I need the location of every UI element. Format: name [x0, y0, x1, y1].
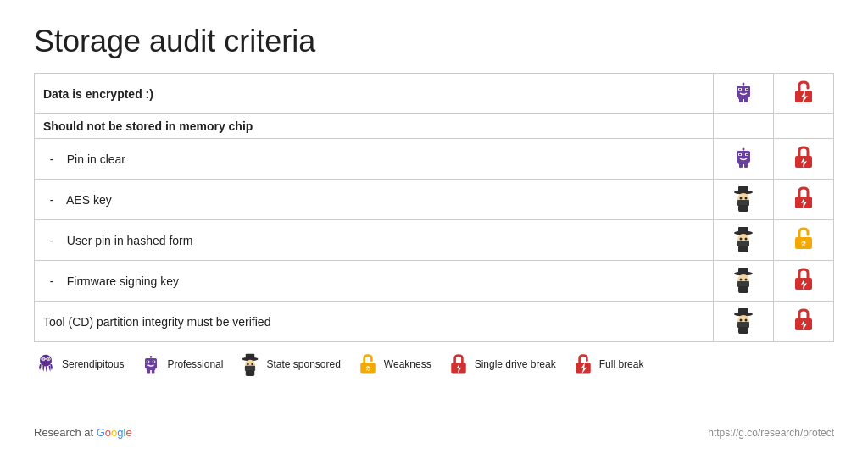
table-cell-icon2-row-userpin — [773, 220, 833, 261]
legend-item-legend-weakness: Weakness — [356, 352, 431, 376]
footer: Research at Google https://g.co/research… — [34, 419, 834, 439]
legend-icon-single-drive-break — [447, 352, 470, 376]
table-cell-label-row-tool: Tool (CD) partition integrity must be ve… — [35, 302, 714, 342]
legend: SerendipitousProfessionalState sponsored… — [34, 352, 834, 376]
legend-icon-state — [238, 352, 262, 376]
legend-item-legend-single-drive: Single drive break — [447, 352, 556, 376]
table-cell-label-row-aes: - AES key — [35, 180, 714, 220]
legend-item-legend-serendipitous: Serendipitous — [34, 352, 124, 376]
table-cell-label-row-firmware: - Firmware signing key — [35, 261, 714, 302]
table-cell-icon1-row-encrypted — [714, 74, 774, 114]
table-cell-label-row-encrypted: Data is encrypted :) — [35, 74, 714, 114]
table-cell-icon1-row-tool — [714, 302, 774, 342]
table-cell-icon1-row-firmware — [714, 261, 774, 302]
legend-item-legend-full-break: Full break — [571, 352, 644, 376]
legend-label-legend-weakness: Weakness — [384, 358, 431, 370]
legend-item-legend-professional: Professional — [139, 352, 223, 376]
table-cell-icon1-row-memory-header — [714, 114, 774, 139]
table-container: Data is encrypted :)Should not be stored… — [34, 73, 834, 342]
table-cell-label-row-pin: - Pin in clear — [35, 139, 714, 180]
table-cell-label-row-userpin: - User pin in hashed form — [35, 220, 714, 261]
table-cell-icon2-row-aes — [773, 180, 833, 220]
table-cell-label-row-memory-header: Should not be stored in memory chip — [35, 114, 714, 139]
legend-label-legend-professional: Professional — [167, 358, 223, 370]
legend-icon-weakness — [356, 352, 380, 376]
table-cell-icon2-row-memory-header — [773, 114, 833, 139]
legend-item-legend-state: State sponsored — [238, 352, 340, 376]
legend-label-legend-state: State sponsored — [266, 358, 340, 370]
legend-icon-serendipitous — [34, 352, 58, 376]
page-title: Storage audit criteria — [34, 24, 834, 59]
legend-icon-full-break — [571, 352, 595, 376]
table-cell-icon1-row-pin — [714, 139, 774, 180]
table-cell-icon2-row-firmware — [773, 261, 833, 302]
table-cell-icon1-row-userpin — [714, 220, 774, 261]
table-cell-icon2-row-pin — [773, 139, 833, 180]
table-cell-icon2-row-encrypted — [773, 74, 833, 114]
legend-icon-professional — [139, 352, 163, 376]
table-cell-icon1-row-aes — [714, 180, 774, 220]
footer-right: https://g.co/research/protect — [708, 427, 834, 439]
legend-label-legend-single-drive: Single drive break — [475, 358, 556, 370]
audit-table: Data is encrypted :)Should not be stored… — [35, 74, 833, 341]
legend-label-legend-full-break: Full break — [599, 358, 644, 370]
legend-label-legend-serendipitous: Serendipitous — [62, 358, 124, 370]
table-cell-icon2-row-tool — [773, 302, 833, 342]
footer-left: Research at Google — [34, 426, 132, 439]
